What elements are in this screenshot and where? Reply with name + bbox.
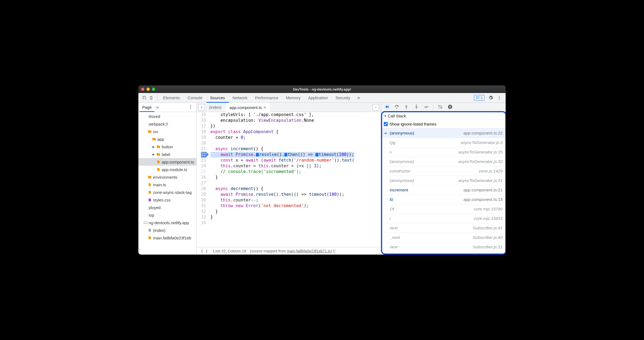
code-content: styleUrls: [ './app.component.css' ], en… bbox=[209, 112, 356, 247]
navigator-menu-icon[interactable] bbox=[186, 104, 195, 110]
pause-exceptions-button[interactable] bbox=[447, 104, 453, 110]
line-gutter: 1516171819202122232425262728293031323334 bbox=[197, 112, 209, 247]
tab-console[interactable]: Console bbox=[184, 93, 206, 103]
file-icon bbox=[148, 236, 152, 240]
ignore-list-label: Show ignore-listed frames bbox=[389, 122, 436, 126]
tab-elements[interactable]: Elements bbox=[159, 93, 184, 103]
panels: Page » thoredwebpack://srcapp▶button▶lab… bbox=[138, 103, 506, 255]
ignore-list-toggle[interactable]: Show ignore-listed frames bbox=[382, 120, 505, 129]
tree-item[interactable]: thored bbox=[138, 113, 196, 120]
stack-frame[interactable]: sasyncToGenerator.js:25 bbox=[382, 147, 505, 157]
deactivate-breakpoints-button[interactable] bbox=[438, 104, 443, 110]
file-icon bbox=[143, 114, 148, 118]
editor-statusbar: { } Line 22, Column 19 (source mapped fr… bbox=[197, 247, 381, 255]
tab-sources[interactable]: Sources bbox=[206, 93, 229, 103]
svg-point-0 bbox=[499, 96, 500, 97]
tree-item[interactable]: ▶label bbox=[138, 150, 196, 158]
frame-location: core.mjs:15815 bbox=[474, 216, 503, 221]
tree-item[interactable]: environments bbox=[138, 173, 196, 181]
nav-back-button[interactable] bbox=[198, 104, 205, 111]
ignore-list-checkbox[interactable] bbox=[384, 122, 388, 126]
tree-item[interactable]: top bbox=[138, 211, 196, 219]
code-editor[interactable]: 1516171819202122232425262728293031323334… bbox=[197, 112, 381, 247]
tree-item[interactable]: ▶button bbox=[138, 143, 196, 150]
tab-memory[interactable]: Memory bbox=[282, 93, 304, 103]
tree-item[interactable]: app.component.ts bbox=[138, 158, 196, 166]
stack-frame[interactable]: nextSubscriber.js:91 bbox=[382, 223, 505, 233]
tree-item[interactable]: styles.css bbox=[138, 196, 196, 204]
issues-icon bbox=[476, 96, 480, 100]
file-tree[interactable]: thoredwebpack://srcapp▶button▶labelapp.c… bbox=[138, 112, 196, 255]
stack-frame[interactable]: (anonymous)asyncToGenerator.js:32 bbox=[382, 157, 505, 166]
close-icon[interactable]: × bbox=[264, 105, 266, 110]
stack-frame[interactable]: _nextSubscriber.js:60 bbox=[382, 233, 505, 242]
tree-item-label: main.ts bbox=[153, 182, 166, 187]
tree-item[interactable]: main.ts bbox=[138, 181, 196, 188]
stack-frame[interactable]: Ofcore.mjs:15780 bbox=[382, 204, 505, 214]
svg-rect-11 bbox=[450, 106, 450, 108]
step-over-button[interactable] bbox=[394, 104, 399, 110]
frame-location: asyncToGenerator.js:32 bbox=[458, 159, 503, 164]
frame-location: asyncToGenerator.js:3 bbox=[461, 140, 503, 145]
cursor-position: Line 22, Column 19 bbox=[213, 249, 246, 253]
tree-item[interactable]: ployed bbox=[138, 204, 196, 211]
kebab-icon[interactable] bbox=[497, 95, 502, 100]
stack-frame[interactable]: (anonymous)app.component.ts:22 bbox=[382, 129, 505, 138]
tab-performance[interactable]: Performance bbox=[251, 93, 282, 103]
folder-icon bbox=[148, 175, 152, 179]
editor-tab-appcomponent[interactable]: app.component.ts × bbox=[226, 103, 270, 112]
tree-item[interactable]: src bbox=[138, 128, 196, 135]
tree-item[interactable]: zone-async-stack-tag bbox=[138, 188, 196, 196]
window-title: DevTools - ng-devtools.netlify.app/ bbox=[138, 87, 506, 91]
navigator-subtabs: Page » bbox=[138, 103, 196, 112]
tree-item[interactable]: webpack:// bbox=[138, 120, 196, 128]
tree-item[interactable]: app bbox=[138, 135, 196, 143]
resume-button[interactable] bbox=[384, 104, 390, 110]
issues-button[interactable]: 1 bbox=[474, 95, 484, 101]
tree-item-label: ployed bbox=[149, 205, 161, 210]
tree-item-label: main.fa8bfa0e23f1eb bbox=[153, 236, 191, 240]
file-icon bbox=[143, 213, 148, 217]
tab-security[interactable]: Security bbox=[332, 93, 354, 103]
stack-frame[interactable]: (anonymous)asyncToGenerator.js:21 bbox=[382, 176, 505, 185]
file-icon bbox=[143, 122, 148, 126]
tab-application[interactable]: Application bbox=[304, 93, 332, 103]
frame-function: (anonymous) bbox=[390, 159, 414, 164]
step-button[interactable] bbox=[423, 104, 429, 110]
devtools-window: DevTools - ng-devtools.netlify.app/ Elem… bbox=[138, 85, 506, 255]
tree-item[interactable]: ng-devtools.netlify.app bbox=[138, 219, 196, 226]
tree-item-label: src bbox=[153, 129, 158, 134]
stack-frame[interactable]: icore.mjs:15815 bbox=[382, 214, 505, 223]
subtab-page[interactable]: Page bbox=[139, 103, 154, 112]
triangle-down-icon: ▼ bbox=[384, 114, 387, 118]
pretty-print-button[interactable]: { } bbox=[199, 249, 209, 253]
svg-point-8 bbox=[406, 108, 407, 109]
inspect-icon[interactable] bbox=[142, 95, 147, 100]
main-tabs: ElementsConsoleSourcesNetworkPerformance… bbox=[159, 93, 354, 103]
gear-icon[interactable] bbox=[488, 95, 493, 100]
tree-item[interactable]: app.module.ts bbox=[138, 166, 196, 173]
source-map-link[interactable]: main.fa8bfa0e23f1eb71.js bbox=[287, 249, 331, 253]
frame-function: _next bbox=[390, 235, 400, 240]
editor-tab-index[interactable]: (index) bbox=[205, 103, 225, 112]
step-out-button[interactable] bbox=[414, 104, 419, 110]
svg-rect-12 bbox=[450, 106, 451, 108]
tab-network[interactable]: Network bbox=[229, 93, 251, 103]
stack-frame[interactable]: i0app.component.ts:13 bbox=[382, 195, 505, 204]
tree-item[interactable]: (index) bbox=[138, 226, 196, 234]
tree-item[interactable]: main.fa8bfa0e23f1eb bbox=[138, 234, 196, 242]
tree-item-label: button bbox=[162, 145, 173, 149]
more-subtabs-icon[interactable]: » bbox=[154, 104, 160, 110]
tree-item-label: zone-async-stack-tag bbox=[153, 190, 192, 195]
call-stack-header[interactable]: ▼ Call Stack bbox=[382, 112, 505, 120]
stack-frame[interactable]: constructorzone.js:1429 bbox=[382, 166, 505, 176]
device-icon[interactable] bbox=[149, 95, 154, 100]
frame-function: constructor bbox=[390, 169, 411, 174]
nav-forward-button[interactable] bbox=[373, 104, 379, 111]
stack-frame[interactable]: incrementapp.component.ts:21 bbox=[382, 185, 505, 195]
file-icon bbox=[148, 198, 152, 202]
more-tabs-icon[interactable]: » bbox=[354, 95, 363, 101]
step-into-button[interactable] bbox=[404, 104, 409, 110]
stack-frame[interactable]: QgasyncToGenerator.js:3 bbox=[382, 138, 505, 147]
stack-frame[interactable]: nextSubscriber.js:31 bbox=[382, 242, 505, 252]
